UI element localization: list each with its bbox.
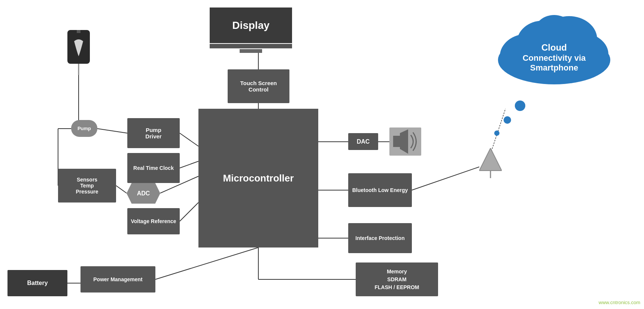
dot-3 bbox=[494, 130, 499, 136]
interface-label: Interface Protection bbox=[353, 233, 406, 243]
svg-text:Smartphone: Smartphone bbox=[530, 63, 578, 72]
cloud-shape: Cloud Connectivity via Smartphone bbox=[490, 11, 618, 86]
diagram-container: Display Pump Touch Screen Control Microc… bbox=[0, 0, 644, 309]
svg-rect-25 bbox=[393, 136, 400, 147]
svg-text:Cloud: Cloud bbox=[541, 42, 567, 52]
svg-line-2 bbox=[116, 186, 127, 193]
sensors-block: Sensors Temp Pressure bbox=[58, 169, 116, 202]
interface-protection-block: Interface Protection bbox=[348, 223, 412, 253]
antenna-icon bbox=[479, 148, 502, 178]
power-management-block: Power Management bbox=[80, 266, 155, 292]
speaker-icon bbox=[389, 128, 421, 156]
microcontroller-block: Microcontroller bbox=[198, 109, 318, 248]
dot-1 bbox=[515, 100, 525, 111]
battery-block: Battery bbox=[7, 270, 67, 296]
dac-block: DAC bbox=[348, 133, 378, 150]
memory-label: Memory SDRAM FLASH / EEPROM bbox=[373, 266, 421, 293]
svg-line-15 bbox=[155, 248, 258, 279]
monitor-stand-base bbox=[240, 49, 262, 53]
rtc-label: Real Time Clock bbox=[131, 163, 176, 173]
dot-2 bbox=[504, 116, 511, 124]
svg-rect-22 bbox=[77, 30, 80, 33]
adc-block: ADC bbox=[127, 183, 160, 204]
monitor-stand-top bbox=[210, 44, 292, 48]
dac-label: DAC bbox=[357, 138, 370, 145]
display-monitor: Display bbox=[210, 8, 292, 52]
pump-driver-label: Pump Driver bbox=[143, 125, 163, 141]
touch-screen-label: Touch Screen Control bbox=[228, 78, 289, 94]
svg-line-6 bbox=[180, 202, 198, 221]
display-label: Display bbox=[232, 20, 270, 32]
svg-line-13 bbox=[412, 167, 479, 190]
vref-label: Voltage Reference bbox=[129, 216, 178, 226]
iv-bag-icon bbox=[64, 30, 94, 75]
sensors-label: Sensors Temp Pressure bbox=[74, 175, 100, 196]
memory-block: Memory SDRAM FLASH / EEPROM bbox=[356, 262, 438, 296]
microcontroller-label: Microcontroller bbox=[223, 172, 294, 184]
touch-screen-block: Touch Screen Control bbox=[228, 69, 289, 103]
rtc-block: Real Time Clock bbox=[127, 153, 180, 183]
svg-marker-36 bbox=[479, 148, 502, 171]
svg-line-1 bbox=[97, 129, 127, 133]
battery-label: Battery bbox=[27, 280, 48, 286]
pump-label: Pump bbox=[78, 126, 91, 131]
watermark: www.cntronics.com bbox=[599, 300, 640, 305]
pump-circle: Pump bbox=[71, 120, 97, 137]
adc-label: ADC bbox=[137, 190, 150, 197]
ble-block: Bluetooth Low Energy bbox=[348, 173, 412, 207]
voltage-reference-block: Voltage Reference bbox=[127, 208, 180, 234]
svg-line-4 bbox=[180, 161, 198, 168]
pump-driver-block: Pump Driver bbox=[127, 118, 180, 148]
svg-text:Connectivity via: Connectivity via bbox=[523, 53, 586, 63]
power-mgmt-label: Power Management bbox=[91, 274, 144, 284]
display-screen: Display bbox=[210, 8, 292, 43]
svg-line-3 bbox=[180, 133, 198, 146]
ble-label: Bluetooth Low Energy bbox=[350, 185, 410, 195]
